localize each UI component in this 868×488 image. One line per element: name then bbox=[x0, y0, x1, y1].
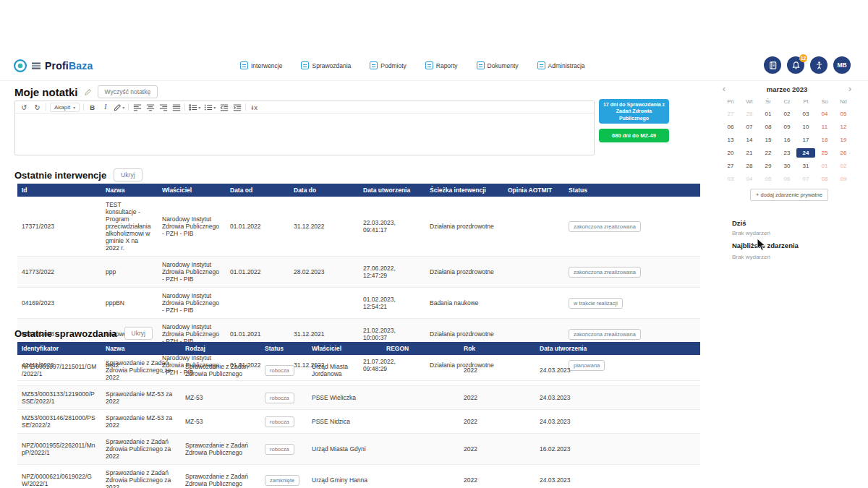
calendar-day[interactable]: 12 bbox=[834, 122, 853, 132]
column-header[interactable]: Ścieżka interwencji bbox=[425, 184, 503, 197]
nav-item[interactable]: Podmioty bbox=[370, 61, 406, 69]
column-header[interactable]: Id bbox=[17, 184, 101, 197]
calendar-day[interactable]: 30 bbox=[778, 161, 796, 171]
table-row[interactable]: 04169/2023 pppBN Narodowy Instytut Zdrow… bbox=[17, 288, 700, 319]
paragraph-style-dropdown[interactable]: Akapit▾ bbox=[50, 103, 80, 112]
calendar-day[interactable]: 28 bbox=[740, 109, 759, 119]
calendar-day[interactable]: 08 bbox=[759, 122, 778, 132]
table-row[interactable]: MZ53/0003146/281000/PSSE/2022/2 Sprawozd… bbox=[17, 410, 700, 434]
column-header[interactable]: Data utworzenia bbox=[535, 342, 700, 355]
column-header[interactable]: Data od bbox=[226, 184, 289, 197]
notifications-button[interactable]: 12 bbox=[787, 56, 804, 74]
nav-item[interactable]: Sprawozdania bbox=[301, 61, 351, 69]
interventions-hide-button[interactable]: Ukryj bbox=[114, 168, 142, 181]
mz49-deadline-button[interactable]: 680 dni do MZ-49 bbox=[599, 129, 669, 142]
calendar-day[interactable]: 11 bbox=[815, 122, 834, 132]
note-text-area[interactable] bbox=[15, 114, 594, 155]
calendar-day[interactable]: 07 bbox=[740, 122, 759, 132]
column-header[interactable]: Data utworzenia bbox=[359, 184, 425, 197]
column-header[interactable]: Status bbox=[564, 184, 700, 197]
calendar-day[interactable]: 14 bbox=[740, 135, 759, 145]
calendar-day[interactable]: 03 bbox=[721, 174, 740, 184]
calendar-day[interactable]: 08 bbox=[815, 174, 834, 184]
nav-item[interactable]: Administracja bbox=[537, 61, 585, 69]
calendar-day[interactable]: 05 bbox=[834, 109, 853, 119]
calendar-day[interactable]: 09 bbox=[778, 122, 796, 132]
calendar-day[interactable]: 18 bbox=[815, 135, 834, 145]
column-header[interactable]: Właściciel bbox=[307, 342, 382, 355]
calendar-day[interactable]: 01 bbox=[759, 109, 778, 119]
column-header[interactable]: Identyfikator bbox=[17, 342, 101, 355]
redo-icon[interactable]: ↻ bbox=[33, 103, 42, 112]
calendar-day[interactable]: 06 bbox=[778, 174, 796, 184]
align-left-icon[interactable] bbox=[132, 103, 142, 112]
table-row[interactable]: NPZ/0001955/2262011/MnpP/2022/1 Sprawozd… bbox=[17, 434, 700, 465]
calendar-day[interactable]: 15 bbox=[759, 135, 778, 145]
address-book-button[interactable] bbox=[764, 56, 781, 74]
table-row[interactable]: 17371/2023 TEST konsultacje - Program pr… bbox=[17, 197, 700, 257]
calendar-next-icon[interactable]: › bbox=[848, 85, 851, 93]
calendar-day[interactable]: 22 bbox=[759, 148, 778, 158]
nav-item[interactable]: Raporty bbox=[425, 61, 458, 69]
calendar-day[interactable]: 17 bbox=[796, 135, 815, 145]
clear-note-button[interactable]: Wyczyść notatkę bbox=[98, 85, 158, 98]
outdent-icon[interactable] bbox=[219, 103, 229, 112]
column-header[interactable]: Opinia AOTMIT bbox=[503, 184, 564, 197]
calendar-day[interactable]: 31 bbox=[796, 161, 815, 171]
calendar-day[interactable]: 27 bbox=[721, 161, 740, 171]
column-header[interactable]: Data do bbox=[289, 184, 359, 197]
calendar-prev-icon[interactable]: ‹ bbox=[723, 85, 726, 93]
table-row[interactable]: NPZ/0000621/0619022/GW/2022/1 Sprawozdan… bbox=[17, 465, 700, 488]
calendar-day[interactable]: 19 bbox=[834, 135, 853, 145]
calendar-day[interactable]: 07 bbox=[796, 174, 815, 184]
italic-button[interactable]: I bbox=[101, 103, 110, 112]
bold-button[interactable]: B bbox=[88, 103, 97, 112]
calendar-day[interactable]: 23 bbox=[778, 148, 796, 158]
calendar-day[interactable]: 20 bbox=[721, 148, 740, 158]
calendar-day[interactable]: 29 bbox=[759, 161, 778, 171]
accessibility-button[interactable] bbox=[810, 56, 827, 74]
calendar-day[interactable]: 10 bbox=[796, 122, 815, 132]
add-private-event-button[interactable]: + dodaj zdarzenie prywatne bbox=[750, 189, 828, 201]
report-deadline-button[interactable]: 17 dni do Sprawozdania z Zadań Zdrowia P… bbox=[599, 99, 669, 124]
align-center-icon[interactable] bbox=[145, 103, 155, 112]
column-header[interactable]: Rodzaj bbox=[181, 342, 260, 355]
calendar-day[interactable]: 02 bbox=[778, 109, 796, 119]
user-avatar[interactable]: MB bbox=[833, 56, 851, 74]
calendar-day[interactable]: 09 bbox=[834, 174, 853, 184]
calendar-day[interactable]: 05 bbox=[759, 174, 778, 184]
column-header[interactable]: Nazwa bbox=[101, 342, 181, 355]
calendar-day[interactable]: 16 bbox=[778, 135, 796, 145]
nav-item[interactable]: Dokumenty bbox=[477, 61, 519, 69]
calendar-day[interactable]: 04 bbox=[815, 109, 834, 119]
numbered-list-button[interactable]: ▾ bbox=[204, 103, 216, 112]
app-logo[interactable]: ProfiBaza bbox=[13, 59, 93, 73]
align-right-icon[interactable] bbox=[158, 103, 168, 112]
calendar-day[interactable]: 01 bbox=[815, 161, 834, 171]
calendar-day[interactable]: 04 bbox=[740, 174, 759, 184]
calendar-day[interactable]: 27 bbox=[721, 109, 740, 119]
table-row[interactable]: 41773/2022 ppp Narodowy Instytut Zdrowia… bbox=[17, 257, 700, 288]
text-color-button[interactable]: ▾ bbox=[114, 103, 124, 112]
calendar-day[interactable]: 21 bbox=[740, 148, 759, 158]
column-header[interactable]: Status bbox=[260, 342, 307, 355]
clear-formatting-button[interactable]: Ix bbox=[250, 103, 259, 112]
calendar-day[interactable]: 06 bbox=[721, 122, 740, 132]
table-row[interactable]: NPZ/0001097/1215011/GM/2022/1 Sprawozdan… bbox=[17, 355, 700, 386]
reports-hide-button[interactable]: Ukryj bbox=[124, 327, 153, 340]
align-justify-icon[interactable] bbox=[171, 103, 181, 112]
undo-icon[interactable]: ↺ bbox=[20, 103, 29, 112]
table-row[interactable]: MZ53/0003133/1219000/PSSE/2022/1 Sprawoz… bbox=[17, 386, 700, 410]
bullet-list-button[interactable]: ▾ bbox=[189, 103, 200, 112]
indent-icon[interactable] bbox=[232, 103, 242, 112]
calendar-day[interactable]: 13 bbox=[721, 135, 740, 145]
nav-item[interactable]: Interwencje bbox=[240, 61, 282, 69]
calendar-day[interactable]: 24 bbox=[796, 148, 815, 158]
calendar-day[interactable]: 28 bbox=[740, 161, 759, 171]
column-header[interactable]: Nazwa bbox=[101, 184, 158, 197]
column-header[interactable]: REGON bbox=[382, 342, 459, 355]
calendar-day[interactable]: 25 bbox=[815, 148, 834, 158]
column-header[interactable]: Rok bbox=[459, 342, 535, 355]
column-header[interactable]: Właściciel bbox=[158, 184, 226, 197]
calendar-day[interactable]: 26 bbox=[834, 148, 853, 158]
